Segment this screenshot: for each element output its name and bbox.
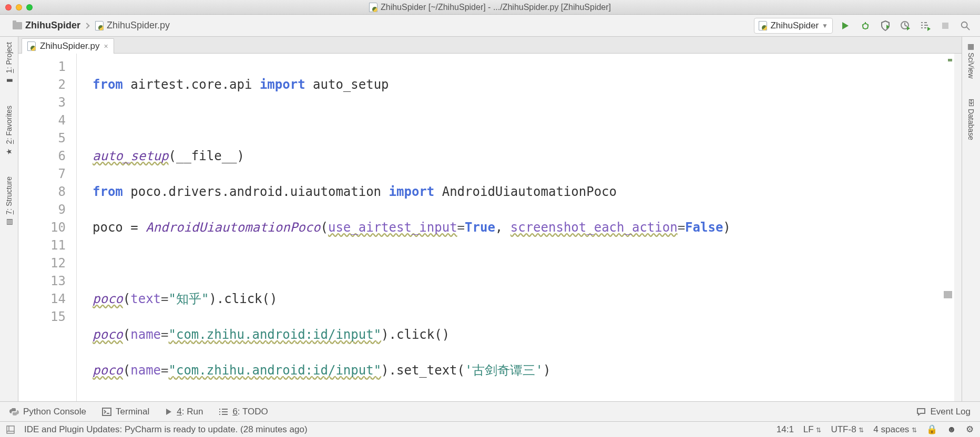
search-icon[interactable] <box>960 20 971 31</box>
sciview-tool-window-button[interactable]: ▦ SciView <box>967 42 975 78</box>
structure-tool-window-button[interactable]: ▤ 7: Structure <box>5 176 13 226</box>
concurrency-icon[interactable] <box>920 20 931 31</box>
breadcrumb-file[interactable]: ZhihuSpider.py <box>93 19 172 32</box>
window-controls <box>0 4 33 11</box>
grid-icon: ▦ <box>967 42 975 50</box>
indent-settings[interactable]: 4 spaces ⇅ <box>873 424 917 435</box>
folder-icon: ▮ <box>5 78 13 82</box>
label: Python Console <box>23 407 86 417</box>
python-file-icon <box>95 21 104 30</box>
terminal-icon <box>102 408 111 416</box>
breadcrumb-label: ZhihuSpider.py <box>107 20 170 31</box>
rail-label: Database <box>967 109 975 140</box>
marker[interactable] <box>948 59 952 61</box>
run-tool-button[interactable]: 4: Run <box>165 407 203 417</box>
tab-label: ZhihuSpider.py <box>40 41 99 51</box>
coverage-icon[interactable] <box>880 20 891 31</box>
breadcrumbs: ZhihuSpider ZhihuSpider.py <box>11 19 754 32</box>
event-log-button[interactable]: Event Log <box>916 407 971 417</box>
project-tool-window-button[interactable]: ▮ 1: Project <box>5 42 13 85</box>
breadcrumb-label: ZhihuSpider <box>25 20 80 31</box>
cursor-position[interactable]: 14:1 <box>777 424 794 435</box>
rail-label: SciView <box>967 53 975 79</box>
star-icon: ★ <box>5 148 13 155</box>
chevron-down-icon: ▼ <box>822 22 828 29</box>
run-configuration-selector[interactable]: ZhihuSpider ▼ <box>754 18 833 34</box>
svg-rect-2 <box>942 23 948 29</box>
line-number-gutter: 123456789101112131415 <box>18 54 76 401</box>
bottom-tool-bar: Python Console Terminal 4: Run 6: TODO E… <box>0 401 980 421</box>
bubble-icon <box>916 407 926 417</box>
window-title: ZhihuSpider [~/ZhihuSpider] - .../ZhihuS… <box>369 3 611 12</box>
right-tool-rail: ▦ SciView 🗄 Database <box>962 37 980 401</box>
minimize-window-icon[interactable] <box>16 4 22 11</box>
run-icon[interactable] <box>840 20 851 31</box>
chevron-right-icon <box>85 20 91 31</box>
editor-tab-bar: ZhihuSpider.py × <box>18 37 962 54</box>
rail-label: 1: Project <box>5 42 13 73</box>
folder-icon <box>13 22 22 29</box>
python-file-icon <box>759 21 767 30</box>
file-icon <box>369 3 377 12</box>
scrollbar-lane[interactable] <box>954 54 962 401</box>
line-separator[interactable]: LF ⇅ <box>803 424 822 435</box>
debug-icon[interactable] <box>860 20 871 31</box>
editor-tab[interactable]: ZhihuSpider.py × <box>22 38 114 54</box>
run-config-label: ZhihuSpider <box>770 20 819 31</box>
hector-icon[interactable]: ⚙ <box>966 424 974 435</box>
label: 4: Run <box>177 407 203 417</box>
code-editor[interactable]: 123456789101112131415 from airtest.core.… <box>18 54 962 401</box>
code-area[interactable]: from airtest.core.api import auto_setup … <box>77 54 954 401</box>
structure-icon: ▤ <box>5 218 13 225</box>
play-icon <box>165 408 172 415</box>
svg-point-3 <box>962 22 967 27</box>
file-encoding[interactable]: UTF-8 ⇅ <box>831 424 864 435</box>
status-message: IDE and Plugin Updates: PyCharm is ready… <box>24 424 308 435</box>
breadcrumb-project[interactable]: ZhihuSpider <box>11 19 83 32</box>
todo-tool-button[interactable]: 6: TODO <box>219 407 268 417</box>
window-title-text: ZhihuSpider [~/ZhihuSpider] - .../ZhihuS… <box>381 3 611 12</box>
toolbar-actions <box>840 20 975 31</box>
inspector-icon[interactable]: ☻ <box>947 424 956 435</box>
title-bar: ZhihuSpider [~/ZhihuSpider] - .../ZhihuS… <box>0 0 980 15</box>
tool-windows-icon[interactable] <box>6 425 15 434</box>
terminal-button[interactable]: Terminal <box>102 407 149 417</box>
svg-rect-4 <box>103 408 111 415</box>
toolbar: ZhihuSpider ZhihuSpider.py ZhihuSpider ▼ <box>0 15 980 37</box>
close-window-icon[interactable] <box>5 4 12 11</box>
lock-icon[interactable]: 🔒 <box>926 424 937 435</box>
marker-stripe[interactable] <box>947 54 954 401</box>
rail-label: 2: Favorites <box>5 106 13 144</box>
close-tab-icon[interactable]: × <box>104 42 108 50</box>
python-file-icon <box>27 41 36 51</box>
list-icon <box>219 408 228 415</box>
python-console-button[interactable]: Python Console <box>9 407 86 417</box>
label: 6: TODO <box>232 407 268 417</box>
python-icon <box>9 407 19 417</box>
label: Terminal <box>116 407 149 417</box>
status-bar: IDE and Plugin Updates: PyCharm is ready… <box>0 421 980 437</box>
rail-label: 7: Structure <box>5 176 13 214</box>
stop-icon[interactable] <box>940 20 951 31</box>
maximize-window-icon[interactable] <box>26 4 33 11</box>
label: Event Log <box>930 407 971 417</box>
favorites-tool-window-button[interactable]: ★ 2: Favorites <box>5 106 13 155</box>
svg-rect-5 <box>7 426 14 433</box>
database-tool-window-button[interactable]: 🗄 Database <box>967 99 975 140</box>
left-tool-rail: ▮ 1: Project ★ 2: Favorites ▤ 7: Structu… <box>0 37 18 401</box>
profile-icon[interactable] <box>900 20 911 31</box>
database-icon: 🗄 <box>967 99 975 107</box>
marker[interactable] <box>944 291 952 298</box>
